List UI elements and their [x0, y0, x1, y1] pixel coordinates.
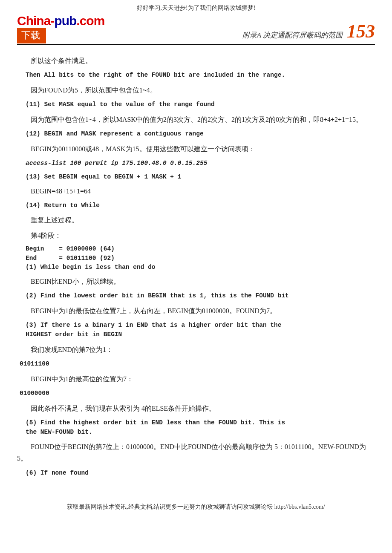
- paragraph: BEGIN中为1的最高位的位置为7：: [17, 373, 375, 385]
- paragraph: BEGIN中为1的最低位在位置7上，从右向左，BEGIN值为01000000。F…: [17, 305, 375, 317]
- code-block: Begin = 01000000 (64) End = 01011100 (92…: [26, 245, 375, 272]
- page-header: China-pub.com 下载 附录A 决定通配符屏蔽码的范围 153: [17, 14, 375, 45]
- paragraph: 重复上述过程。: [17, 214, 375, 226]
- logo-part1: China-: [17, 14, 54, 28]
- page-footer: 获取最新网络技术资讯,经典文档,结识更多一起努力的攻城狮请访问攻城狮论坛 htt…: [17, 503, 375, 511]
- paragraph: 因为范围中包含位1~4，所以MASK中的值为2的3次方、2的2次方、2的1次方及…: [17, 114, 375, 125]
- top-slogan: 好好学习,天天进步!为了我们的网络攻城狮梦!: [17, 0, 375, 14]
- code-line: (12) BEGIN and MASK represent a contiguo…: [26, 130, 375, 139]
- paragraph: BEGIN为00110000或48，MASK为15。使用这些数可以建立一个访问表…: [17, 143, 375, 155]
- code-line: 01000000: [20, 389, 375, 398]
- code-line: (2) Find the lowest order bit in BEGIN t…: [26, 291, 375, 301]
- logo-part2: pub: [54, 14, 76, 28]
- code-line: (11) Set MASK equal to the value of the …: [26, 100, 375, 109]
- site-logo: China-pub.com 下载: [17, 14, 104, 43]
- paragraph: 所以这个条件满足。: [17, 55, 375, 66]
- header-right: 附录A 决定通配符屏蔽码的范围 153: [242, 22, 375, 43]
- code-line: 01011100: [20, 360, 375, 369]
- code-block: (5) Find the highest order bit in END le…: [26, 418, 375, 437]
- paragraph: 我们发现END的第7位为1：: [17, 344, 375, 355]
- code-line: (14) Return to While: [26, 201, 375, 210]
- paragraph: BEGIN比END小，所以继续。: [17, 276, 375, 287]
- appendix-title: 附录A 决定通配符屏蔽码的范围: [242, 30, 343, 40]
- paragraph: 第4阶段：: [17, 230, 375, 241]
- code-line: access-list 100 permit ip 175.100.48.0 0…: [26, 159, 375, 168]
- code-line: Then All bits to the right of the FOUND …: [26, 71, 375, 80]
- page-container: 好好学习,天天进步!为了我们的网络攻城狮梦! China-pub.com 下载 …: [0, 0, 392, 528]
- logo-text: China-pub.com: [17, 14, 104, 27]
- code-block: (3) If there is a binary 1 in END that i…: [26, 321, 375, 340]
- page-number: 153: [347, 22, 375, 41]
- code-line: (6) If none found: [26, 469, 375, 478]
- logo-part3: .com: [76, 14, 104, 28]
- paragraph: BEGIN=48+15+1=64: [17, 185, 375, 197]
- paragraph: 因此条件不满足，我们现在从索引为 4的ELSE条件开始操作。: [17, 403, 375, 414]
- paragraph: FOUND位于BEGIN的第7位上：01000000。END中比FOUND位小的…: [17, 441, 375, 464]
- paragraph: 因为FOUND为5，所以范围中包含位1~4。: [17, 84, 375, 96]
- download-badge: 下载: [17, 28, 46, 43]
- code-line: (13) Set BEGIN equal to BEGIN + 1 MASK +…: [26, 173, 375, 182]
